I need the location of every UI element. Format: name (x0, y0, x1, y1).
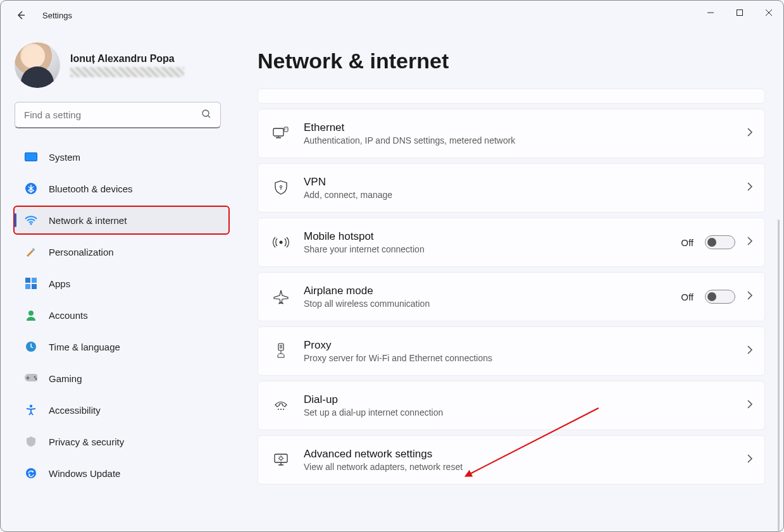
nav-label: Privacy & security (49, 436, 124, 447)
nav-item-accessibility[interactable]: Accessibility (13, 395, 230, 424)
maximize-button[interactable] (725, 1, 754, 25)
svg-rect-27 (275, 454, 287, 462)
nav-label: Time & language (49, 342, 120, 352)
bluetooth-icon (25, 182, 37, 195)
time-icon (25, 340, 37, 353)
nav-item-wifi[interactable]: Network & internet (13, 206, 230, 235)
nav-item-time[interactable]: Time & language (13, 332, 230, 361)
titlebar: Settings (1, 1, 783, 30)
svg-rect-0 (737, 10, 743, 16)
svg-point-14 (34, 376, 36, 378)
toggle-switch[interactable] (705, 290, 735, 304)
setting-card-vpn[interactable]: VPN Add, connect, manage (258, 163, 765, 213)
setting-card-hotspot[interactable]: Mobile hotspot Share your internet conne… (258, 218, 765, 267)
chevron-right-icon (747, 454, 753, 466)
privacy-icon (25, 435, 37, 448)
update-icon (25, 467, 37, 479)
scrollbar[interactable] (778, 220, 780, 531)
personalization-icon (25, 245, 37, 258)
nav-item-gaming[interactable]: Gaming (13, 364, 230, 393)
card-title: Proxy (304, 339, 747, 352)
nav-label: Network & internet (49, 215, 127, 226)
svg-point-22 (280, 241, 283, 244)
svg-rect-3 (25, 153, 37, 161)
search-icon (201, 109, 211, 121)
minimize-icon (707, 9, 714, 16)
dialup-icon (270, 399, 292, 412)
toggle-state: Off (681, 292, 694, 302)
nav-label: Accessibility (49, 405, 101, 416)
chevron-right-icon (747, 237, 753, 248)
page-title: Network & internet (258, 49, 771, 73)
close-icon (765, 9, 773, 16)
svg-point-15 (35, 378, 37, 380)
nav-item-personalization[interactable]: Personalization (13, 237, 230, 266)
system-icon (25, 151, 37, 163)
svg-point-28 (280, 457, 283, 460)
setting-card-partial-top[interactable] (258, 89, 765, 104)
gaming-icon (25, 372, 37, 385)
hotspot-icon (270, 235, 292, 249)
advanced-icon (270, 452, 292, 467)
nav-item-update[interactable]: Windows Update (13, 459, 230, 488)
svg-rect-7 (25, 278, 30, 283)
card-subtitle: Authentication, IP and DNS settings, met… (304, 135, 747, 145)
minimize-button[interactable] (696, 1, 725, 25)
back-arrow-icon (16, 10, 26, 20)
svg-rect-10 (32, 284, 37, 289)
nav-label: Windows Update (49, 468, 120, 479)
chevron-right-icon (747, 345, 753, 357)
accessibility-icon (25, 404, 37, 416)
accounts-icon (25, 309, 37, 321)
setting-card-advanced[interactable]: Advanced network settings View all netwo… (258, 435, 765, 485)
user-profile[interactable]: Ionuț Alexandru Popa (1, 42, 235, 102)
svg-point-26 (283, 409, 284, 410)
nav-item-bluetooth[interactable]: Bluetooth & devices (13, 174, 230, 203)
nav-label: Personalization (49, 247, 114, 257)
settings-list: Ethernet Authentication, IP and DNS sett… (258, 89, 765, 485)
svg-rect-9 (25, 284, 30, 289)
back-button[interactable] (11, 5, 31, 25)
nav-item-accounts[interactable]: Accounts (13, 300, 230, 330)
card-title: Dial-up (304, 393, 747, 406)
card-title: Mobile hotspot (304, 230, 681, 243)
search-input[interactable] (24, 109, 201, 120)
airplane-icon (270, 289, 292, 304)
maximize-icon (736, 9, 744, 16)
toggle-state: Off (681, 237, 694, 248)
nav-label: Bluetooth & devices (49, 183, 133, 194)
svg-point-11 (28, 311, 34, 316)
close-button[interactable] (754, 1, 783, 25)
nav-item-privacy[interactable]: Privacy & security (13, 427, 230, 456)
card-title: Advanced network settings (304, 448, 747, 461)
svg-point-16 (30, 405, 32, 407)
toggle-switch[interactable] (705, 235, 735, 249)
chevron-right-icon (747, 400, 753, 411)
svg-rect-8 (32, 278, 37, 283)
svg-point-25 (280, 409, 282, 410)
svg-point-5 (30, 223, 32, 225)
setting-card-proxy[interactable]: Proxy Proxy server for Wi-Fi and Etherne… (258, 326, 765, 376)
setting-card-dialup[interactable]: Dial-up Set up a dial-up internet connec… (258, 381, 765, 430)
nav-item-apps[interactable]: Apps (13, 269, 230, 298)
card-subtitle: Set up a dial-up internet connection (304, 407, 747, 418)
chevron-right-icon (747, 291, 753, 302)
nav-list: System Bluetooth & devices Network & int… (1, 142, 235, 488)
setting-card-ethernet[interactable]: Ethernet Authentication, IP and DNS sett… (258, 109, 765, 158)
nav-item-system[interactable]: System (13, 142, 230, 171)
app-title: Settings (42, 11, 72, 20)
svg-point-1 (202, 110, 209, 116)
svg-rect-18 (273, 128, 283, 136)
user-email-redacted (70, 67, 184, 77)
vpn-icon (270, 180, 292, 195)
avatar (15, 42, 60, 88)
card-subtitle: Stop all wireless communication (304, 299, 681, 309)
main-content: Network & internet Ethernet Authenticati… (235, 30, 783, 531)
nav-label: System (49, 152, 80, 163)
chevron-right-icon (747, 182, 753, 194)
card-subtitle: Share your internet connection (304, 244, 681, 254)
search-box[interactable] (15, 102, 221, 128)
setting-card-airplane[interactable]: Airplane mode Stop all wireless communic… (258, 272, 765, 321)
card-subtitle: Add, connect, manage (304, 190, 747, 200)
user-name: Ionuț Alexandru Popa (70, 53, 184, 65)
